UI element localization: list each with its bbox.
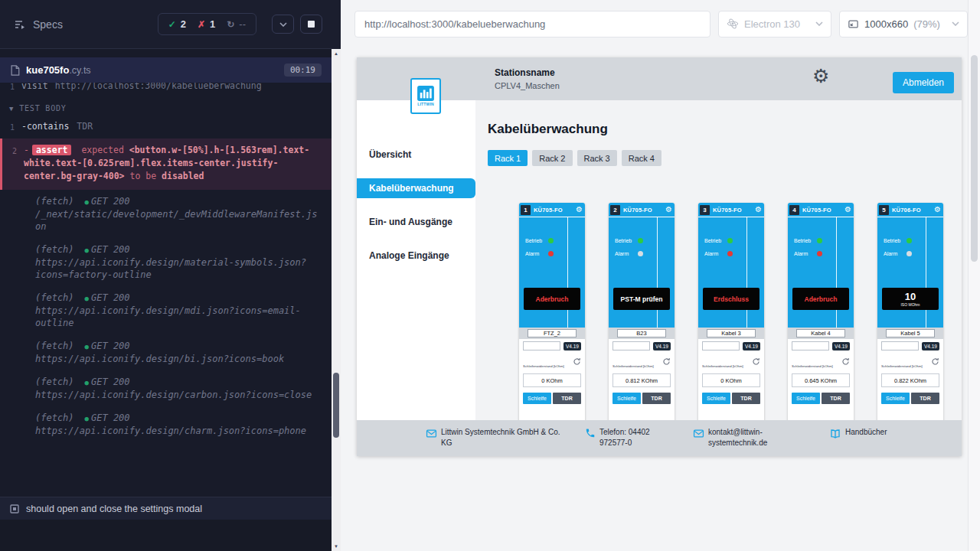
card-divider	[926, 217, 926, 328]
test-body-section[interactable]: ▼ TEST BODY	[0, 96, 332, 118]
screen: Specs ✓2 ✗1 ↻-- kue705fo.cy.ts 00:19	[0, 0, 980, 551]
device-settings-icon[interactable]: ⚙	[755, 206, 762, 214]
device-number: 1	[521, 205, 531, 215]
viewport-select[interactable]: 1000x660 (79%)	[839, 11, 968, 37]
betrieb-led	[817, 238, 822, 243]
fetch-log-list: (fetch)●GET 200 /_next/static/developmen…	[0, 190, 332, 442]
chevron-down-icon	[279, 22, 287, 27]
fetch-log-row[interactable]: (fetch)●GET 200 https://api.iconify.desi…	[0, 406, 332, 442]
visit-command[interactable]: 1 visithttp://localhost:3000/kabelueberw…	[0, 83, 332, 96]
app-footer-items: Littwin Systemtechnik GmbH & Co. KG Tele…	[357, 420, 962, 456]
book-icon	[829, 428, 841, 440]
fetch-log-row[interactable]: (fetch)●GET 200 https://api.iconify.desi…	[0, 370, 332, 406]
contains-command[interactable]: 1 -containsTDR	[0, 118, 332, 136]
browser-toolbar: Electron 130 1000x660 (79%)	[341, 0, 980, 47]
spec-name[interactable]: kue705fo.cy.ts	[26, 64, 91, 76]
fetch-log-row[interactable]: (fetch)●GET 200 https://api.iconify.desi…	[0, 238, 332, 286]
stat-failed: ✗1	[198, 18, 215, 30]
logout-button[interactable]: Abmelden	[893, 72, 954, 93]
rack-tab[interactable]: Rack 1	[488, 150, 528, 166]
device-settings-icon[interactable]: ⚙	[844, 206, 851, 214]
status-dot-icon: ●	[85, 246, 89, 254]
device-card: 1 KÜ705-FO ⚙ Betrieb Alarm Aderbruch FTZ…	[519, 203, 585, 420]
nav-item[interactable]: Ein- und Ausgänge	[357, 212, 475, 232]
tdr-button[interactable]: TDR	[642, 393, 671, 404]
device-model: KÜ705-FO	[713, 207, 742, 214]
assert-badge: assert	[32, 145, 72, 155]
schleife-button[interactable]: Schleife	[792, 393, 820, 404]
schleife-button[interactable]: Schleife	[612, 393, 641, 404]
schleife-button[interactable]: Schleife	[881, 393, 910, 404]
refresh-icon[interactable]	[573, 357, 581, 366]
stat-passed: ✓2	[168, 18, 186, 30]
test-stats: ✓2 ✗1 ↻--	[158, 13, 256, 35]
fetch-tag: (fetch)	[35, 244, 74, 255]
rack-tabs: Rack 1Rack 2Rack 3Rack 4	[488, 150, 962, 166]
scroll-up-arrow[interactable]: ▲	[332, 51, 341, 56]
footer-item[interactable]: Handbücher	[829, 427, 887, 456]
next-test-row[interactable]: should open and close the settings modal	[0, 497, 332, 520]
tdr-button[interactable]: TDR	[911, 393, 939, 404]
refresh-icon[interactable]	[752, 357, 760, 366]
fetch-url: https://api.iconify.design/charm.json?ic…	[35, 425, 306, 437]
assert-command-failed[interactable]: 2 -assert expected <button.w-[50%].h-[1.…	[0, 139, 332, 190]
footer-item: Telefon: 04402 972577-0	[585, 427, 667, 456]
email-icon	[693, 428, 704, 439]
specs-menu[interactable]: Specs	[14, 18, 63, 31]
cypress-reporter: Specs ✓2 ✗1 ↻-- kue705fo.cy.ts 00:19	[0, 0, 341, 551]
card-divider	[746, 217, 747, 328]
fetch-url: https://api.iconify.design/mdi.json?icon…	[35, 305, 322, 329]
card-divider	[657, 217, 658, 328]
alarm-led	[906, 251, 912, 256]
schleife-button[interactable]: Schleife	[523, 393, 551, 404]
line-number: 1	[0, 120, 21, 134]
refresh-icon[interactable]	[662, 357, 671, 366]
nav-item[interactable]: Kabelüberwachung	[357, 178, 475, 198]
nav-item[interactable]: Übersicht	[357, 145, 475, 165]
chevron-down-icon	[815, 21, 823, 26]
fetch-status: GET 200	[91, 196, 130, 207]
status-dot-icon: ●	[85, 198, 89, 206]
reporter-scrollbar: ▲ ▼	[332, 0, 341, 551]
scrollbar-thumb[interactable]	[333, 373, 339, 438]
stat-pending: ↻--	[227, 18, 246, 30]
fetch-log-row[interactable]: (fetch)●GET 200 /_next/static/developmen…	[0, 190, 332, 238]
device-settings-icon[interactable]: ⚙	[934, 206, 941, 214]
version-field	[881, 341, 919, 350]
fetch-log-row[interactable]: (fetch)●GET 200 https://api.iconify.desi…	[0, 334, 332, 370]
scroll-down-arrow[interactable]: ▼	[332, 544, 341, 549]
footer-text: kontakt@littwin-systemtechnik.de	[708, 427, 782, 448]
fetch-tag: (fetch)	[35, 412, 74, 423]
page-scrollbar-thumb[interactable]	[971, 55, 978, 262]
resistance-label: Schleifenwiderstand [kOhm]	[702, 364, 743, 367]
cable-name: Kabel 3	[707, 329, 756, 337]
refresh-icon[interactable]	[841, 357, 850, 366]
schleife-button[interactable]: Schleife	[702, 393, 730, 404]
tdr-button[interactable]: TDR	[732, 393, 760, 404]
rack-tab[interactable]: Rack 3	[577, 150, 617, 166]
tdr-button[interactable]: TDR	[822, 393, 850, 404]
electron-icon	[727, 18, 739, 30]
browser-stage: Electron 130 1000x660 (79%) LITTWIN Stat…	[341, 0, 980, 551]
nav-item[interactable]: Analoge Eingänge	[357, 246, 475, 266]
settings-gear-icon[interactable]: ⚙	[812, 67, 829, 86]
refresh-icon[interactable]	[931, 357, 939, 366]
page-title: Kabelüberwachung	[488, 122, 962, 137]
device-model: KÜ705-FO	[623, 207, 652, 214]
alarm-label: Alarm	[704, 251, 727, 256]
stop-tests-button[interactable]	[300, 15, 322, 34]
rack-tab[interactable]: Rack 4	[622, 150, 662, 166]
version-field	[612, 341, 650, 350]
browser-select[interactable]: Electron 130	[718, 11, 831, 37]
collapse-dropdown-button[interactable]	[272, 15, 294, 34]
device-settings-icon[interactable]: ⚙	[665, 206, 672, 214]
status-dot-icon: ●	[85, 379, 89, 386]
fetch-url: https://api.iconify.design/carbon.json?i…	[35, 389, 312, 401]
rack-tab[interactable]: Rack 2	[532, 150, 572, 166]
device-settings-icon[interactable]: ⚙	[576, 206, 583, 214]
url-input[interactable]	[354, 11, 710, 37]
app-nav: ÜbersichtKabelüberwachungEin- und Ausgän…	[357, 100, 475, 420]
version-field	[523, 341, 560, 350]
fetch-log-row[interactable]: (fetch)●GET 200 https://api.iconify.desi…	[0, 286, 332, 334]
tdr-button[interactable]: TDR	[553, 393, 581, 404]
